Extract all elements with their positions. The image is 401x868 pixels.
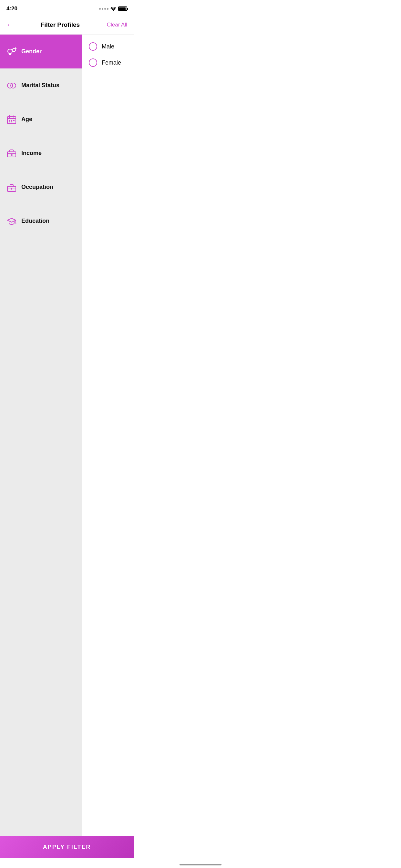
age-icon [6, 114, 17, 125]
income-icon [6, 148, 17, 159]
sidebar-item-income[interactable]: Income [0, 136, 82, 170]
apply-filter-button[interactable]: APPLY FILTER [0, 836, 134, 854]
svg-rect-17 [11, 121, 12, 122]
svg-point-8 [11, 83, 16, 88]
sidebar-label-occupation: Occupation [21, 184, 53, 190]
wifi-icon [111, 7, 116, 11]
svg-point-0 [8, 49, 12, 54]
sidebar-item-education[interactable]: Education [0, 204, 82, 238]
status-icons [99, 6, 127, 11]
sidebar-item-age[interactable]: Age [0, 102, 82, 136]
signal-dots-icon [99, 8, 109, 10]
svg-marker-24 [7, 218, 16, 222]
sidebar: Gender Marital Status [0, 35, 82, 854]
svg-point-20 [11, 154, 12, 156]
header: ← Filter Profiles Clear All [0, 16, 134, 35]
status-bar: 4:20 [0, 0, 134, 16]
sidebar-label-age: Age [21, 116, 32, 123]
sidebar-label-income: Income [21, 150, 42, 157]
svg-rect-13 [9, 120, 10, 121]
main-layout: Gender Marital Status [0, 35, 134, 854]
education-icon [6, 216, 17, 226]
marital-status-icon [6, 81, 17, 91]
female-radio-button[interactable] [89, 58, 97, 67]
gender-female-option[interactable]: Female [89, 58, 127, 67]
sidebar-label-marital-status: Marital Status [21, 82, 59, 89]
svg-rect-16 [9, 121, 10, 122]
male-label: Male [102, 43, 114, 50]
female-label: Female [102, 59, 121, 66]
gender-icon [6, 46, 17, 57]
apply-filter-label: APPLY FILTER [43, 844, 91, 850]
sidebar-item-marital-status[interactable]: Marital Status [0, 68, 82, 102]
back-button[interactable]: ← [6, 20, 16, 30]
clear-all-button[interactable]: Clear All [104, 20, 127, 29]
content-area: Male Female [82, 35, 134, 854]
svg-point-26 [16, 222, 17, 223]
battery-icon [118, 6, 127, 11]
svg-rect-15 [13, 120, 14, 121]
male-radio-button[interactable] [89, 42, 97, 51]
gender-male-option[interactable]: Male [89, 42, 127, 51]
page-title: Filter Profiles [16, 21, 104, 28]
sidebar-label-gender: Gender [21, 48, 42, 55]
occupation-icon [6, 182, 17, 192]
svg-point-3 [12, 49, 16, 52]
sidebar-item-occupation[interactable]: Occupation [0, 170, 82, 204]
sidebar-item-gender[interactable]: Gender [0, 35, 82, 68]
status-time: 4:20 [6, 5, 18, 12]
sidebar-label-education: Education [21, 218, 50, 224]
svg-rect-14 [11, 120, 12, 121]
